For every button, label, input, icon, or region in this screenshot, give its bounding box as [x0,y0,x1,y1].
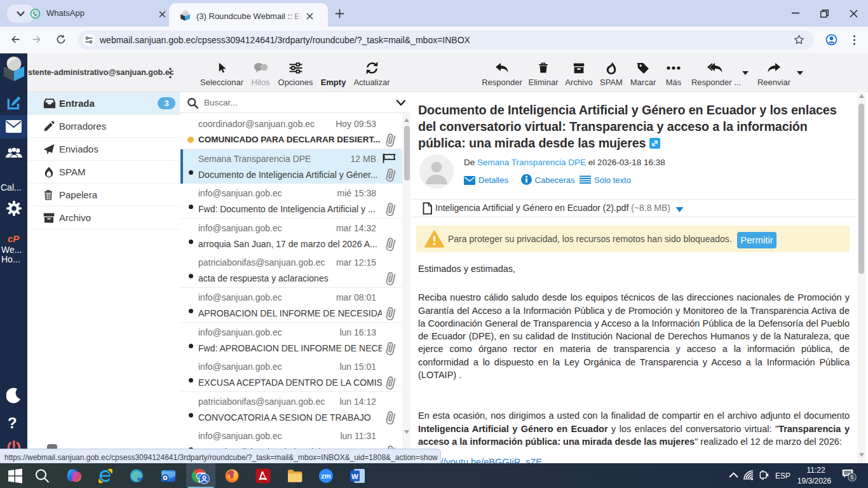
svg-text:zm: zm [321,472,331,480]
svg-text:5: 5 [851,474,854,480]
svg-text:W: W [351,473,358,480]
